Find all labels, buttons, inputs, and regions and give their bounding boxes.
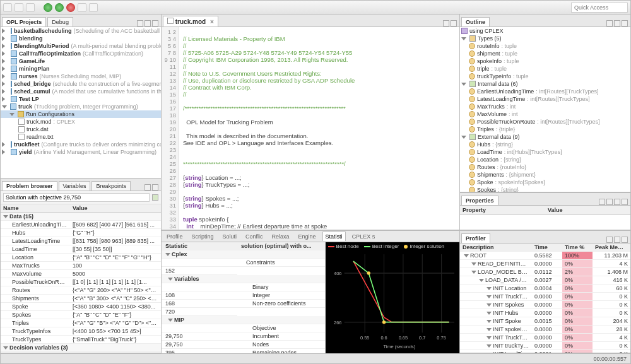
profiler-row-desc[interactable]: READ_DEFINITION truck [460, 260, 532, 268]
project-item[interactable]: sched_bridge (schedule the construction … [1, 80, 161, 88]
problem-row-name[interactable]: Spokes [1, 311, 70, 319]
profiler-row-desc[interactable]: INIT TruckTypeInfos [460, 334, 532, 342]
problem-row-name[interactable]: Shipments [1, 295, 70, 303]
tab-properties[interactable]: Properties [461, 196, 498, 205]
outline-item[interactable]: spokeInfo : tuple [460, 57, 630, 65]
new-icon[interactable] [3, 3, 12, 12]
profiler-row-desc[interactable]: LOAD_DATA /Users/noden/IBM/ILOG/CPLE... [460, 276, 532, 285]
problem-row-name[interactable]: InVolumeThroughHubOnTr... [1, 352, 70, 353]
project-item[interactable]: Test LP [1, 95, 161, 103]
project-item[interactable]: truck (Trucking problem, Integer Program… [1, 103, 161, 110]
profiler-row-desc[interactable]: LOAD_MODEL Basic Configuration-0x7f8952.… [460, 268, 532, 276]
maximize-icon[interactable] [622, 237, 628, 243]
outline-group[interactable]: Types (5) [460, 35, 630, 42]
problem-row-name[interactable]: Spoke [1, 303, 70, 311]
project-item[interactable]: sched_cumul (A model that use cumulative… [1, 88, 161, 95]
project-item[interactable]: GameLife [1, 57, 161, 65]
outline-item[interactable]: shipment : tuple [460, 50, 630, 57]
refresh-icon[interactable] [152, 194, 158, 201]
stop-icon[interactable] [66, 3, 75, 12]
outline-item[interactable]: EarliestUnloadingTime : int[Routes][Truc… [460, 88, 630, 95]
export-icon[interactable] [606, 237, 613, 243]
profiler-row-desc[interactable]: INIT TruckTypes [460, 293, 532, 301]
sort-icon[interactable] [606, 20, 613, 26]
btab-conflic[interactable]: Conflic [243, 232, 266, 241]
maximize-icon[interactable] [622, 20, 628, 26]
project-item[interactable]: BlendingMultiPeriod (A multi-period meta… [1, 42, 161, 50]
project-file-item[interactable]: truck.mod : CPLEX [1, 118, 161, 126]
step-icon[interactable] [78, 3, 86, 12]
problem-row-name[interactable]: EarliestUnloadingTime [1, 221, 70, 229]
outline-item[interactable]: PossibleTruckOnRoute : int[Routes][Truck… [460, 118, 630, 126]
outline-item[interactable]: Spokes : {string} [460, 186, 630, 192]
outline-item[interactable]: Hubs : {string} [460, 141, 630, 148]
outline-item[interactable]: triple : tuple [460, 65, 630, 73]
maximize-icon[interactable] [152, 20, 158, 26]
outline-item[interactable]: truckTypeInfo : tuple [460, 73, 630, 80]
project-file-item[interactable]: truck.dat [1, 126, 161, 133]
project-item[interactable]: nurses (Nurses Scheduling model, MIP) [1, 73, 161, 80]
outline-item[interactable]: Shipments : {shipment} [460, 171, 630, 179]
pin-icon[interactable] [599, 199, 605, 205]
problem-row-name[interactable]: PossibleTruckOnRoute [1, 278, 70, 286]
close-icon[interactable]: × [210, 18, 214, 25]
outline-item[interactable]: Spoke : spokeInfo[Spokes] [460, 179, 630, 186]
project-item[interactable]: truckfleet (Configure trucks to deliver … [1, 141, 161, 148]
problem-row-name[interactable]: Triples [1, 319, 70, 327]
maximize-icon[interactable] [451, 20, 457, 26]
outline-using[interactable]: using CPLEX [460, 27, 630, 35]
menu-icon[interactable] [606, 199, 613, 205]
problem-row-name[interactable]: MaxVolume [1, 270, 70, 278]
outline-item[interactable]: MaxTrucks : int [460, 103, 630, 110]
solution-field[interactable] [3, 193, 150, 202]
run-icon[interactable] [44, 3, 52, 12]
project-item[interactable]: blending [1, 35, 161, 42]
maximize-icon[interactable] [152, 184, 158, 191]
tab-breakpoints[interactable]: Breakpoints [91, 181, 131, 191]
outline-item[interactable]: Triples : {triple} [460, 126, 630, 133]
outline-group[interactable]: Internal data (6) [460, 80, 630, 88]
btab-scripting[interactable]: Scripting [189, 232, 216, 241]
profiler-row-desc[interactable]: INIT Spokes [460, 301, 532, 309]
outline-item[interactable]: LatestLoadingTime : int[Routes][TruckTyp… [460, 95, 630, 103]
minimize-icon[interactable] [144, 20, 151, 26]
tab-profiler[interactable]: Profiler [461, 233, 490, 243]
minimize-icon[interactable] [614, 237, 620, 243]
step-over-icon[interactable] [89, 3, 98, 12]
collapse-all-icon[interactable] [137, 20, 143, 26]
problem-row-name[interactable]: Hubs [1, 229, 70, 237]
outline-item[interactable]: LoadTime : int[Hubs][TruckTypes] [460, 148, 630, 156]
btab-soluti[interactable]: Soluti [220, 232, 240, 241]
tab-opl-projects[interactable]: OPL Projects [2, 17, 46, 26]
maximize-icon[interactable] [622, 199, 628, 205]
btab-engine[interactable]: Engine [296, 232, 319, 241]
tab-problem-browser[interactable]: Problem browser [2, 181, 57, 191]
projects-tree[interactable]: basketballscheduling (Scheduling of the … [1, 27, 161, 178]
problem-row-name[interactable]: Routes [1, 286, 70, 295]
minimize-icon[interactable] [443, 20, 449, 26]
code-editor[interactable]: 1 2 3 4 5 6 7 8 9 10 11 12 13 14 15 16 1… [162, 27, 459, 230]
profiler-row-desc[interactable]: INIT Location [460, 285, 532, 293]
quick-access-input[interactable] [571, 3, 628, 13]
project-item[interactable]: miningPlan [1, 65, 161, 73]
run-config-item[interactable]: Run Configurations [1, 110, 161, 118]
problem-row-name[interactable]: MaxTrucks [1, 262, 70, 270]
problem-row-name[interactable]: Location [1, 254, 70, 262]
outline-item[interactable]: MaxVolume : int [460, 110, 630, 118]
save-all-icon[interactable] [26, 3, 35, 12]
editor-tab-truck[interactable]: truck.mod × [163, 16, 218, 26]
tab-debug[interactable]: Debug [47, 17, 73, 26]
btab-profile[interactable]: Profile [164, 232, 186, 241]
profiler-row-desc[interactable]: INIT LoadTime [460, 350, 532, 353]
btab-relaxa[interactable]: Relaxa [269, 232, 292, 241]
tab-variables[interactable]: Variables [59, 181, 91, 191]
minimize-icon[interactable] [614, 199, 620, 205]
btab-cplex[interactable]: CPLEX s [350, 232, 378, 241]
outline-item[interactable]: routeInfo : tuple [460, 42, 630, 50]
problem-row-name[interactable]: LatestLoadingTime [1, 237, 70, 245]
profiler-row-desc[interactable]: ROOT [460, 252, 532, 260]
debug-icon[interactable] [55, 3, 64, 12]
profiler-row-desc[interactable]: INIT Hubs [460, 309, 532, 317]
tab-outline[interactable]: Outline [461, 17, 490, 26]
outline-item[interactable]: Location : {string} [460, 156, 630, 163]
